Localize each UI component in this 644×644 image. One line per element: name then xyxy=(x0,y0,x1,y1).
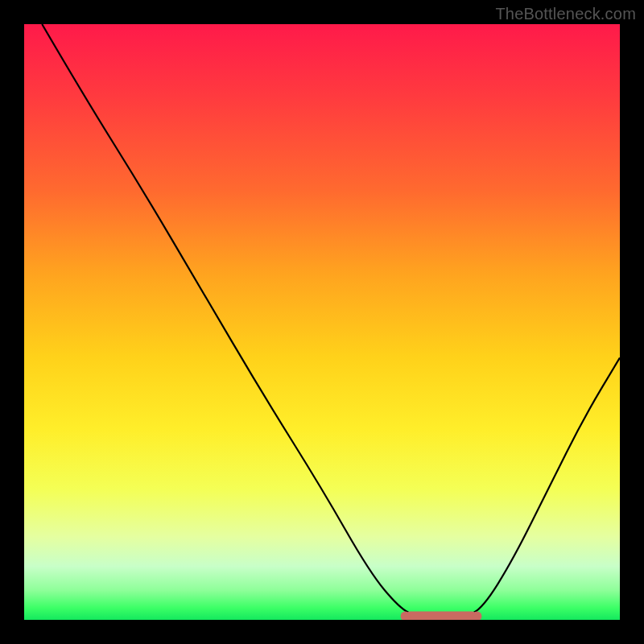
highlight-marker xyxy=(401,612,482,620)
chart-frame: TheBottleneck.com xyxy=(0,0,644,644)
watermark-text: TheBottleneck.com xyxy=(495,5,636,23)
svg-rect-0 xyxy=(406,612,477,620)
bottleneck-curve xyxy=(42,24,620,617)
curve-layer xyxy=(24,24,620,620)
plot-area xyxy=(24,24,620,620)
